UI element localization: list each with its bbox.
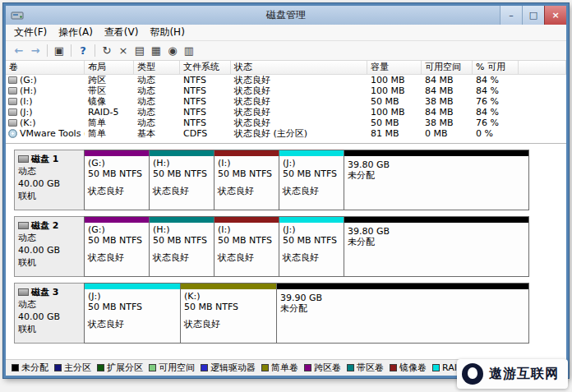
column-header-capacity[interactable]: 容量 (367, 61, 422, 75)
legend-item-spanned: 跨区卷 (304, 362, 341, 374)
volume-free: 84 MB (422, 85, 473, 96)
properties-icon[interactable]: ▦ (148, 44, 164, 58)
volume-row-e-cdrom[interactable]: VMware Tools (E:) 简单 基本 CDFS 状态良好 (主分区) … (6, 128, 566, 139)
partition-label: (G:) (88, 224, 145, 235)
unallocated-label: 未分配 (348, 237, 525, 247)
disk-3-panel[interactable]: 磁盘 3 动态 40.00 GB 联机 (14, 283, 85, 344)
refresh-icon[interactable]: ↻ (99, 44, 115, 58)
partition-status: 状态良好 (283, 186, 340, 196)
unallocated-block[interactable]: 39.90 GB 未分配 (276, 283, 529, 344)
unallocated-label: 未分配 (348, 170, 525, 181)
legend-swatch (149, 364, 156, 371)
unallocated-color-bar (344, 217, 528, 223)
column-header-filesystem[interactable]: 文件系统 (180, 61, 231, 75)
partition-label: (H:) (153, 158, 210, 168)
legend-item-unallocated: 未分配 (12, 362, 48, 374)
disk-management-window: 磁盘管理 – □ × 文件(F) 操作(A) 查看(V) 帮助(H) ← → ▣… (3, 3, 569, 378)
titlebar: 磁盘管理 – □ × (6, 6, 566, 25)
menu-item-view[interactable]: 查看(V) (99, 24, 145, 41)
unallocated-block[interactable]: 39.80 GB 未分配 (344, 216, 529, 277)
delete-icon[interactable]: × (115, 44, 131, 58)
volume-list: 卷 布局 类型 文件系统 状态 容量 可用空间 % 可用 (G:) 跨区 动态 … (6, 61, 566, 144)
unallocated-block[interactable]: 39.80 GB 未分配 (344, 150, 529, 210)
column-header-pct-free[interactable]: % 可用 (473, 61, 519, 75)
volume-type: 动态 (134, 118, 180, 128)
column-header-volume[interactable]: 卷 (6, 61, 85, 75)
volume-row-i[interactable]: (I:) 镜像 动态 NTFS 状态良好 50 MB 38 MB 76 % (6, 96, 566, 107)
volume-status: 状态良好 (231, 85, 367, 96)
close-button[interactable]: × (544, 6, 566, 25)
partition-block-i[interactable]: (I:) 50 MB NTFS 状态良好 (214, 150, 279, 210)
disk-2-panel[interactable]: 磁盘 2 动态 40.00 GB 联机 (14, 216, 85, 277)
column-header-layout[interactable]: 布局 (85, 61, 134, 75)
partition-block-g[interactable]: (G:) 50 MB NTFS 状态良好 (84, 216, 150, 277)
maximize-button[interactable]: □ (522, 6, 544, 25)
volume-capacity: 50 MB (367, 96, 422, 107)
partition-block-j[interactable]: (J:) 50 MB NTFS 状态良好 (84, 283, 181, 344)
partition-color-bar (214, 217, 279, 223)
volume-pct-free: 84 % (473, 107, 519, 118)
menu-item-help[interactable]: 帮助(H) (144, 24, 190, 41)
legend-swatch (390, 364, 397, 371)
column-header-type[interactable]: 类型 (134, 61, 180, 75)
column-header-free[interactable]: 可用空间 (422, 61, 473, 75)
partition-block-h[interactable]: (H:) 50 MB NTFS 状态良好 (149, 150, 214, 210)
volume-row-j[interactable]: (J:) RAID-5 动态 NTFS 状态良好 100 MB 84 MB 84… (6, 107, 566, 118)
script-icon[interactable]: ▥ (181, 44, 197, 58)
legend-swatch (201, 364, 208, 371)
volume-name: (I:) (20, 96, 33, 107)
volume-layout: 镜像 (85, 96, 134, 107)
partition-block-i[interactable]: (I:) 50 MB NTFS 状态良好 (214, 216, 279, 277)
volume-name: (H:) (20, 85, 37, 96)
volume-icon (8, 76, 17, 84)
partition-color-bar (150, 150, 214, 156)
volume-filesystem: NTFS (180, 118, 231, 128)
window-title: 磁盘管理 (6, 8, 566, 22)
help-icon[interactable]: ? (75, 44, 91, 58)
partition-status: 状态良好 (153, 186, 210, 196)
column-header-status[interactable]: 状态 (231, 61, 367, 75)
partition-color-bar (85, 150, 149, 156)
volume-list-header: 卷 布局 类型 文件系统 状态 容量 可用空间 % 可用 (6, 61, 566, 75)
volume-type: 动态 (134, 85, 180, 96)
partition-size: 50 MB NTFS (153, 168, 210, 179)
partition-block-j[interactable]: (J:) 50 MB NTFS 状态良好 (279, 150, 344, 210)
volume-capacity: 81 MB (367, 128, 422, 139)
partition-block-h[interactable]: (H:) 50 MB NTFS 状态良好 (149, 216, 214, 277)
disk-size: 40.00 GB (18, 178, 81, 190)
console-window-icon[interactable]: ▣ (51, 44, 67, 58)
legend-swatch (261, 364, 269, 371)
partition-status: 状态良好 (88, 319, 177, 330)
partition-block-g[interactable]: (G:) 50 MB NTFS 状态良好 (84, 150, 150, 210)
volume-row-h[interactable]: (H:) 带区 动态 NTFS 状态良好 100 MB 84 MB 84 % (6, 85, 566, 96)
disk-1-panel[interactable]: 磁盘 1 动态 40.00 GB 联机 (14, 150, 85, 210)
disk-3-row: 磁盘 3 动态 40.00 GB 联机 (J:) 50 MB NTFS 状态良好 (14, 283, 529, 344)
disk-name: 磁盘 3 (31, 286, 58, 298)
partition-label: (I:) (218, 224, 275, 235)
volume-free: 84 MB (422, 75, 473, 85)
minimize-button[interactable]: – (500, 6, 522, 25)
find-icon[interactable]: ◉ (164, 44, 181, 58)
volume-filesystem: NTFS (180, 107, 231, 118)
folder-icon[interactable]: ▤ (131, 44, 148, 58)
unallocated-size: 39.80 GB (348, 159, 525, 170)
volume-layout: 简单 (85, 128, 134, 139)
partition-size: 50 MB NTFS (184, 302, 273, 312)
disk-icon (18, 288, 29, 296)
toolbar-separator (47, 44, 48, 57)
partition-status: 状态良好 (88, 252, 145, 263)
menu-item-action[interactable]: 操作(A) (53, 24, 99, 41)
forward-icon[interactable]: → (27, 44, 44, 58)
menu-item-file[interactable]: 文件(F) (8, 24, 53, 41)
volume-name: VMware Tools (E:) (20, 128, 85, 139)
volume-row-g[interactable]: (G:) 跨区 动态 NTFS 状态良好 100 MB 84 MB 84 % (6, 75, 566, 85)
volume-row-k[interactable]: (K:) 简单 动态 NTFS 状态良好 50 MB 38 MB 76 % (6, 118, 566, 128)
disk-2-row: 磁盘 2 动态 40.00 GB 联机 (G:) 50 MB NTFS 状态良好 (14, 216, 529, 277)
partition-color-bar (85, 217, 149, 223)
volume-status: 状态良好 (231, 118, 367, 128)
back-icon[interactable]: ← (11, 44, 27, 58)
partition-block-j[interactable]: (J:) 50 MB NTFS 状态良好 (279, 216, 344, 277)
partition-block-k[interactable]: (K:) 50 MB NTFS 状态良好 (180, 283, 277, 344)
partition-size: 50 MB NTFS (218, 168, 275, 179)
volume-type: 动态 (134, 75, 180, 85)
